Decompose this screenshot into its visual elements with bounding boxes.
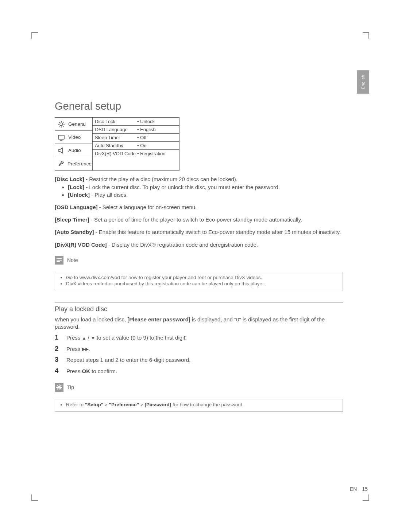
language-tab: English <box>357 70 369 94</box>
menu-item-audio: Audio <box>55 144 92 157</box>
crop-mark-top-left <box>31 32 38 39</box>
disc-lock-options: [Lock] - Lock the current disc. To play … <box>55 184 343 199</box>
step-4: 4 Press OK to confirm. <box>55 365 343 376</box>
step-2: 2 Press ▶▶. <box>55 343 343 354</box>
menu-item-label: Audio <box>68 148 81 153</box>
up-triangle-icon: ▲ <box>82 335 86 342</box>
svg-rect-9 <box>58 135 64 139</box>
menu-row: OSD LanguageEnglish <box>93 126 179 134</box>
note-item: Go to www.divx.com/vod for how to regist… <box>66 274 339 281</box>
steps-list: 1 Press ▲ / ▼ to set a value (0 to 9) to… <box>55 332 343 376</box>
down-triangle-icon: ▼ <box>91 335 95 342</box>
menu-item-general: General <box>55 118 92 131</box>
menu-item-label: Video <box>68 134 81 140</box>
tip-label: Tip <box>67 384 74 390</box>
svg-line-8 <box>59 126 60 126</box>
page-title: General setup <box>55 100 343 112</box>
osd-language-desc: [OSD Language] - Select a language for o… <box>55 204 343 211</box>
step-1: 1 Press ▲ / ▼ to set a value (0 to 9) to… <box>55 332 343 343</box>
sleep-timer-desc: [Sleep Timer] - Set a period of time for… <box>55 216 343 223</box>
disc-lock-desc: [Disc Lock] - Restrict the play of a dis… <box>55 176 343 183</box>
svg-point-0 <box>60 123 63 126</box>
svg-line-5 <box>59 122 60 122</box>
osd-menu-options: Disc LockUnlock OSD LanguageEnglish Slee… <box>93 118 179 170</box>
crop-mark-top-right <box>363 32 369 39</box>
section-heading: Play a locked disc <box>55 302 343 313</box>
step-3: 3 Repeat steps 1 and 2 to enter the 6-di… <box>55 354 343 365</box>
tip-icon <box>55 383 63 392</box>
page-footer: EN 15 <box>350 486 368 492</box>
tip-item: Refer to "Setup" > "Preference" > [Passw… <box>66 402 339 408</box>
menu-item-preference: Preference <box>55 157 92 170</box>
note-box: Go to www.divx.com/vod for how to regist… <box>55 272 343 291</box>
menu-row: Disc LockUnlock <box>93 118 179 126</box>
osd-menu: General Video Audio Preference <box>55 117 179 171</box>
crop-mark-bottom-left <box>31 494 38 501</box>
divx-code-desc: [DivX(R) VOD Code] - Display the DivX® r… <box>55 241 343 249</box>
osd-menu-sidebar: General Video Audio Preference <box>55 118 93 170</box>
language-tab-label: English <box>361 75 365 89</box>
speaker-icon <box>57 147 65 154</box>
monitor-icon <box>57 134 65 141</box>
menu-item-label: General <box>68 121 86 127</box>
crop-mark-bottom-right <box>363 494 369 501</box>
wrench-icon <box>57 160 65 167</box>
footer-page-number: 15 <box>362 486 368 492</box>
note-header: Note <box>55 254 343 267</box>
menu-row: Auto StandbyOn <box>93 142 179 150</box>
fast-forward-icon: ▶▶ <box>82 346 89 353</box>
menu-row: Sleep TimerOff <box>93 134 179 142</box>
svg-line-7 <box>63 122 63 122</box>
tip-box: Refer to "Setup" > "Preference" > [Passw… <box>55 399 343 412</box>
menu-item-video: Video <box>55 131 92 144</box>
menu-item-label: Preference <box>67 161 92 167</box>
svg-line-6 <box>63 126 63 126</box>
list-item: [Lock] - Lock the current disc. To play … <box>68 184 343 191</box>
footer-lang: EN <box>350 486 357 492</box>
menu-row: DivX(R) VOD CodeRegistration <box>93 150 179 170</box>
gear-icon <box>57 121 65 128</box>
tip-header: Tip <box>55 382 343 394</box>
note-item: DivX videos rented or purchased by this … <box>66 281 339 287</box>
note-icon <box>55 256 63 265</box>
note-label: Note <box>67 257 78 263</box>
list-item: [Unlock] - Play all discs. <box>68 191 343 199</box>
locked-disc-intro: When you load a locked disc, [Please ent… <box>55 316 343 331</box>
auto-standby-desc: [Auto Standby] - Enable this feature to … <box>55 228 343 236</box>
